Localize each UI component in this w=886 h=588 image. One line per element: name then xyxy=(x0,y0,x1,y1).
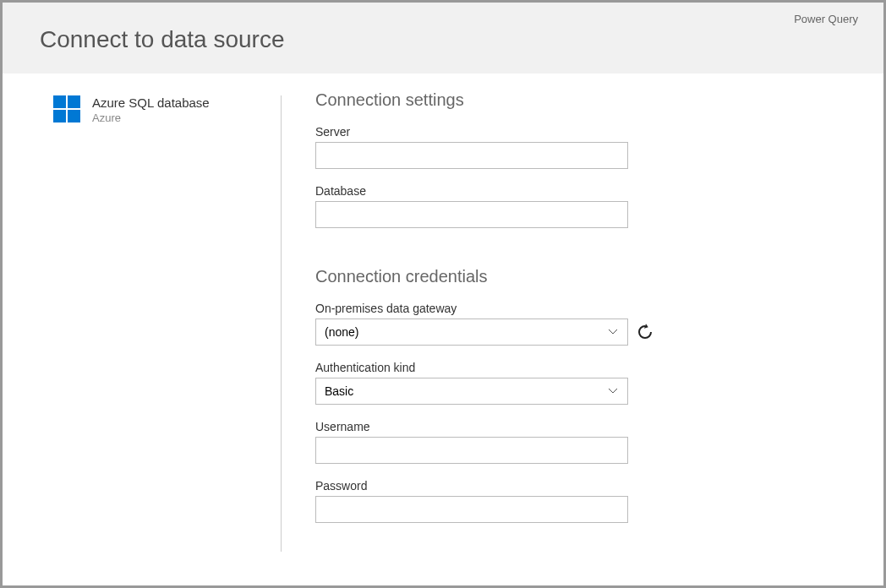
chevron-down-icon xyxy=(607,326,619,338)
page-title: Connect to data source xyxy=(40,26,858,53)
password-input[interactable] xyxy=(315,496,628,523)
sidebar: Azure SQL database Azure xyxy=(3,95,282,552)
server-label: Server xyxy=(315,125,850,139)
main-panel: Connection settings Server Database Conn… xyxy=(282,90,883,552)
brand-label: Power Query xyxy=(794,13,858,25)
connection-credentials-heading: Connection credentials xyxy=(315,267,850,286)
data-source-text: Azure SQL database Azure xyxy=(92,95,210,124)
username-field: Username xyxy=(315,420,850,464)
database-label: Database xyxy=(315,184,850,198)
content: Azure SQL database Azure Connection sett… xyxy=(3,74,883,552)
data-source-title: Azure SQL database xyxy=(92,95,210,110)
username-label: Username xyxy=(315,420,850,433)
server-input[interactable] xyxy=(315,142,628,169)
authkind-selected-value: Basic xyxy=(325,384,353,398)
gateway-field: On-premises data gateway (none) xyxy=(315,302,850,346)
gateway-selected-value: (none) xyxy=(325,325,358,339)
header: Power Query Connect to data source xyxy=(3,3,883,74)
password-field: Password xyxy=(315,479,850,523)
username-input[interactable] xyxy=(315,437,628,464)
gateway-select[interactable]: (none) xyxy=(315,318,628,346)
connection-settings-heading: Connection settings xyxy=(315,90,850,110)
refresh-icon[interactable] xyxy=(637,324,654,340)
data-source-subtitle: Azure xyxy=(92,112,210,124)
data-source-item[interactable]: Azure SQL database Azure xyxy=(53,95,264,124)
database-field: Database xyxy=(315,184,850,228)
authkind-field: Authentication kind Basic xyxy=(315,361,850,405)
password-label: Password xyxy=(315,479,850,493)
gateway-label: On-premises data gateway xyxy=(315,302,850,315)
windows-logo-icon xyxy=(53,95,80,122)
database-input[interactable] xyxy=(315,201,628,228)
chevron-down-icon xyxy=(607,385,619,397)
authkind-label: Authentication kind xyxy=(315,361,850,374)
server-field: Server xyxy=(315,125,850,169)
authkind-select[interactable]: Basic xyxy=(315,378,628,405)
